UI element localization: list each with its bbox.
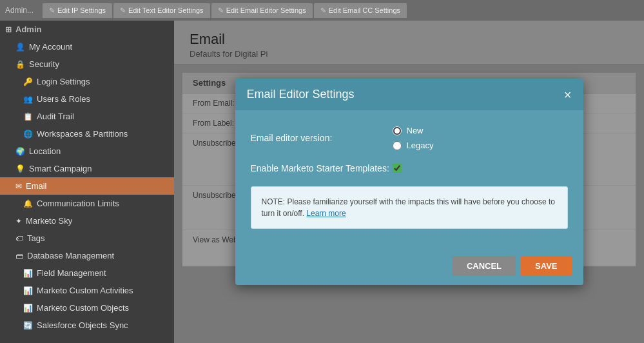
editor-version-row: Email editor version: New Legacy	[251, 126, 568, 150]
tags-icon: 🏷	[15, 234, 23, 243]
email-icon: ✉	[15, 182, 22, 191]
marketo-sky-icon: ✦	[15, 217, 22, 226]
content-area: Email Defaults for Digital Pi Settings F…	[174, 21, 644, 343]
communication-icon: 🔔	[23, 199, 33, 208]
sidebar-item-salesforce-sync[interactable]: 🔄 Salesforce Objects Sync	[0, 317, 174, 334]
smart-campaign-icon: 💡	[15, 164, 25, 173]
learn-more-link[interactable]: Learn more	[306, 209, 346, 218]
edit-email-icon: ✎	[218, 6, 224, 15]
modal-footer: CANCEL SAVE	[235, 250, 583, 285]
app-container: Admin... ✎ Edit IP Settings ✎ Edit Text …	[0, 0, 644, 343]
sidebar-item-marketo-custom-objects[interactable]: 📊 Marketo Custom Objects	[0, 299, 174, 317]
editor-version-label: Email editor version:	[251, 133, 393, 143]
sidebar-item-security[interactable]: 🔒 Security	[0, 55, 174, 73]
custom-objects-icon: 📊	[23, 304, 33, 313]
radio-row-new: New	[393, 126, 434, 135]
admin-icon: ⊞	[5, 25, 12, 34]
audit-icon: 📋	[23, 112, 33, 121]
top-bar: Admin... ✎ Edit IP Settings ✎ Edit Text …	[0, 0, 644, 21]
security-icon: 🔒	[15, 60, 25, 69]
sidebar-item-tags[interactable]: 🏷 Tags	[0, 230, 174, 247]
radio-row-legacy: Legacy	[393, 141, 434, 150]
sidebar-item-users-roles[interactable]: 👥 Users & Roles	[0, 90, 174, 108]
starter-templates-control	[393, 164, 402, 173]
starter-templates-row: Enable Marketo Starter Templates:	[251, 163, 568, 173]
editor-version-controls: New Legacy	[393, 126, 434, 150]
sidebar-item-location[interactable]: 🌍 Location	[0, 142, 174, 160]
note-box: NOTE: Please familiarize yourself with t…	[251, 186, 568, 229]
sidebar-item-email[interactable]: ✉ Email	[0, 177, 174, 195]
sidebar-item-audit-trail[interactable]: 📋 Audit Trail	[0, 108, 174, 125]
workspaces-icon: 🌐	[23, 130, 33, 139]
sidebar-item-marketo-sky[interactable]: ✦ Marketo Sky	[0, 212, 174, 230]
sidebar: ⊞ Admin 👤 My Account 🔒 Security 🔑 Login …	[0, 21, 174, 343]
edit-text-icon: ✎	[120, 6, 126, 15]
edit-email-cc-icon: ✎	[320, 6, 326, 15]
login-icon: 🔑	[23, 77, 33, 86]
admin-title: Admin...	[5, 6, 41, 15]
radio-legacy[interactable]	[393, 141, 402, 150]
sidebar-item-marketo-custom-activities[interactable]: 📊 Marketo Custom Activities	[0, 282, 174, 299]
starter-templates-checkbox[interactable]	[393, 164, 402, 173]
modal-close-button[interactable]: ×	[564, 88, 572, 101]
sidebar-item-database-management[interactable]: 🗃 Database Management	[0, 247, 174, 264]
sidebar-item-admin[interactable]: ⊞ Admin	[0, 21, 174, 38]
sidebar-item-login-settings[interactable]: 🔑 Login Settings	[0, 73, 174, 90]
radio-new-label: New	[407, 126, 424, 135]
main-content: ⊞ Admin 👤 My Account 🔒 Security 🔑 Login …	[0, 21, 644, 343]
tab-edit-email-cc[interactable]: ✎ Edit Email CC Settings	[314, 3, 407, 18]
sidebar-item-communication-limits[interactable]: 🔔 Communication Limits	[0, 195, 174, 212]
tab-edit-text[interactable]: ✎ Edit Text Editor Settings	[113, 3, 210, 18]
modal-header: Email Editor Settings ×	[235, 79, 583, 110]
modal-email-editor-settings: Email Editor Settings × Email editor ver…	[235, 79, 583, 285]
my-account-icon: 👤	[15, 43, 25, 52]
sidebar-item-field-management[interactable]: 📊 Field Management	[0, 264, 174, 282]
edit-ip-icon: ✎	[49, 6, 55, 15]
cancel-button[interactable]: CANCEL	[453, 256, 516, 276]
sidebar-item-workspaces[interactable]: 🌐 Workspaces & Partitions	[0, 125, 174, 142]
save-button[interactable]: SAVE	[521, 256, 571, 276]
modal-body: Email editor version: New Legacy	[235, 110, 583, 250]
tab-edit-email[interactable]: ✎ Edit Email Editor Settings	[211, 3, 313, 18]
modal-overlay: Email Editor Settings × Email editor ver…	[174, 21, 644, 343]
users-icon: 👥	[23, 95, 33, 104]
location-icon: 🌍	[15, 147, 25, 156]
starter-templates-label: Enable Marketo Starter Templates:	[251, 163, 393, 173]
note-text: NOTE: Please familiarize yourself with t…	[262, 197, 556, 218]
field-mgmt-icon: 📊	[23, 269, 33, 278]
db-icon: 🗃	[15, 251, 23, 260]
radio-new[interactable]	[393, 126, 402, 135]
custom-activities-icon: 📊	[23, 286, 33, 295]
modal-title: Email Editor Settings	[247, 88, 355, 101]
tab-edit-ip[interactable]: ✎ Edit IP Settings	[43, 3, 112, 18]
sidebar-item-smart-campaign[interactable]: 💡 Smart Campaign	[0, 160, 174, 177]
radio-legacy-label: Legacy	[407, 141, 434, 150]
salesforce-icon: 🔄	[23, 321, 33, 330]
sidebar-item-my-account[interactable]: 👤 My Account	[0, 38, 174, 55]
